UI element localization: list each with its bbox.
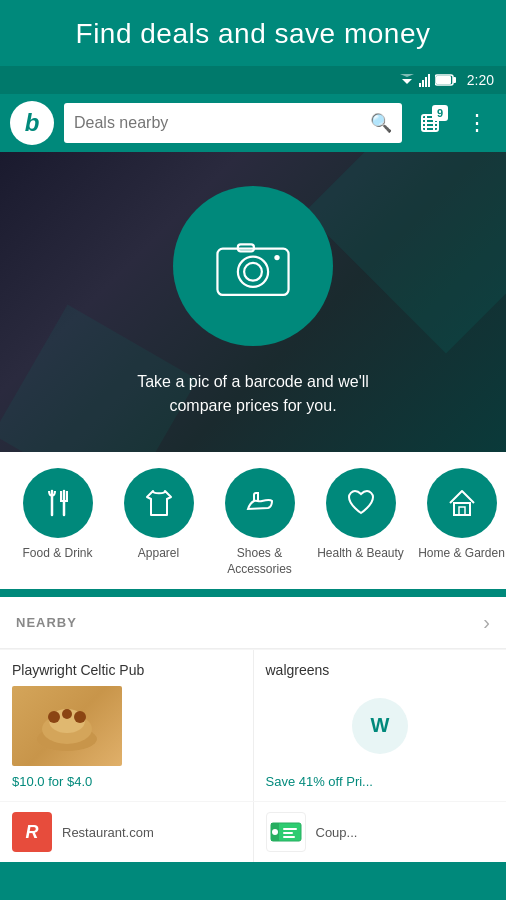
food-image-placeholder	[12, 686, 122, 766]
signal-icon	[419, 73, 431, 87]
shirt-icon	[143, 487, 175, 519]
categories-scroll: Food & Drink Apparel Shoes & Accessories	[0, 468, 506, 577]
svg-point-35	[272, 829, 278, 835]
heart-icon	[345, 487, 377, 519]
svg-point-19	[274, 254, 279, 259]
more-options-button[interactable]: ⋮	[458, 106, 496, 140]
bing-logo-text: b	[25, 109, 40, 137]
health-circle	[326, 468, 396, 538]
svg-marker-0	[402, 79, 412, 84]
svg-rect-8	[436, 76, 451, 84]
notification-button[interactable]: 9	[412, 105, 448, 141]
home-icon	[446, 487, 478, 519]
category-home-label: Home & Garden	[418, 546, 505, 562]
home-circle	[427, 468, 497, 538]
shoe-icon	[244, 487, 276, 519]
promo-banner: Find deals and save money	[0, 0, 506, 66]
svg-rect-3	[422, 80, 424, 87]
svg-point-16	[238, 256, 268, 286]
deal-pub-name: Playwright Celtic Pub	[12, 662, 241, 678]
camera-instruction-text: Take a pic of a barcode and we'll compar…	[113, 370, 393, 418]
svg-point-29	[74, 711, 86, 723]
coupon-logo	[266, 812, 306, 852]
deals-row: Playwright Celtic Pub $10.0 for $4.0 wal	[0, 650, 506, 801]
category-food-drink-label: Food & Drink	[22, 546, 92, 562]
category-shoes-label: Shoes & Accessories	[215, 546, 305, 577]
category-health-label: Health & Beauty	[317, 546, 404, 562]
walgreens-logo-illustration: W	[350, 696, 410, 756]
camera-circle[interactable]	[173, 186, 333, 346]
category-shoes-accessories[interactable]: Shoes & Accessories	[212, 468, 307, 577]
promo-title: Find deals and save money	[20, 18, 486, 50]
fork-knife-icon	[42, 487, 74, 519]
camera-icon	[213, 234, 293, 299]
nearby-arrow: ›	[483, 611, 490, 634]
category-food-drink[interactable]: Food & Drink	[10, 468, 105, 577]
svg-rect-36	[283, 828, 297, 830]
svg-rect-2	[419, 83, 421, 87]
shoes-circle	[225, 468, 295, 538]
nearby-header[interactable]: NEARBY ›	[0, 597, 506, 649]
wifi-icon	[399, 74, 415, 86]
deal-walgreens-name: walgreens	[266, 662, 495, 678]
category-apparel-label: Apparel	[138, 546, 179, 562]
svg-rect-38	[283, 836, 295, 838]
svg-marker-1	[400, 74, 414, 77]
search-input[interactable]	[74, 114, 370, 132]
deal-walgreens-price: Save 41% off Pri...	[266, 774, 495, 789]
nearby-title: NEARBY	[16, 615, 77, 630]
status-time: 2:20	[467, 72, 494, 88]
deal-pub-price: $10.0 for $4.0	[12, 774, 241, 789]
deal-card-walgreens[interactable]: walgreens W Save 41% off Pri...	[254, 650, 507, 801]
battery-icon	[435, 74, 457, 86]
camera-section[interactable]: Take a pic of a barcode and we'll compar…	[0, 152, 506, 452]
svg-rect-4	[425, 77, 427, 87]
restaurant-logo: R	[12, 812, 52, 852]
status-bar: 2:20	[0, 66, 506, 94]
svg-rect-37	[283, 832, 293, 834]
deal-pub-image	[12, 686, 122, 766]
search-bar[interactable]: 🔍	[64, 103, 402, 143]
categories-section: Food & Drink Apparel Shoes & Accessories	[0, 452, 506, 589]
coupon-brand-name: Coup...	[316, 825, 358, 840]
category-home-garden[interactable]: Home & Garden	[414, 468, 506, 577]
svg-rect-22	[454, 503, 470, 515]
restaurant-brand-name: Restaurant.com	[62, 825, 154, 840]
bottom-deal-restaurant[interactable]: R Restaurant.com	[0, 802, 254, 862]
category-apparel[interactable]: Apparel	[111, 468, 206, 577]
coupon-icon	[269, 815, 303, 849]
food-drink-circle	[23, 468, 93, 538]
nearby-section: NEARBY › Playwright Celtic Pub $	[0, 597, 506, 862]
category-health-beauty[interactable]: Health & Beauty	[313, 468, 408, 577]
notification-badge-count: 9	[432, 105, 448, 121]
bing-logo[interactable]: b	[10, 101, 54, 145]
svg-rect-23	[459, 507, 465, 515]
svg-point-27	[48, 711, 60, 723]
deal-card-pub[interactable]: Playwright Celtic Pub $10.0 for $4.0	[0, 650, 254, 801]
food-illustration	[32, 699, 102, 754]
svg-rect-7	[453, 77, 456, 83]
svg-point-17	[244, 262, 262, 280]
app-bar: b 🔍 9 ⋮	[0, 94, 506, 152]
svg-point-28	[62, 709, 72, 719]
bottom-deal-coupon[interactable]: Coup...	[254, 802, 507, 862]
bottom-deals-row: R Restaurant.com Coup...	[0, 802, 506, 862]
svg-rect-5	[428, 74, 430, 87]
search-icon[interactable]: 🔍	[370, 112, 392, 134]
svg-text:W: W	[370, 714, 389, 736]
status-icons: 2:20	[399, 72, 494, 88]
apparel-circle	[124, 468, 194, 538]
